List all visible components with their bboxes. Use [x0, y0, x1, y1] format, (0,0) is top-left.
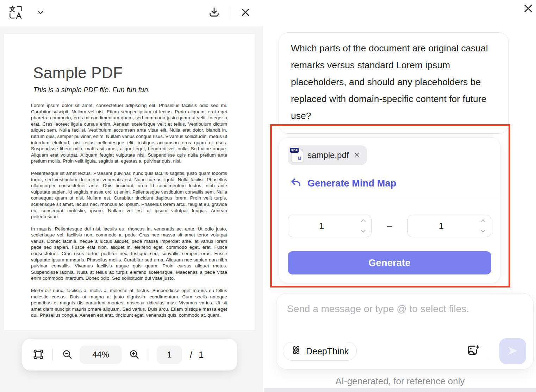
- download-button[interactable]: [208, 6, 220, 19]
- download-icon: [208, 6, 220, 19]
- chevron-up-icon: [361, 218, 366, 223]
- close-viewer-button[interactable]: [240, 7, 251, 19]
- zoom-in-icon: [129, 349, 139, 361]
- deepthink-label: DeepThink: [306, 346, 349, 356]
- total-pages: 1: [199, 350, 204, 360]
- pdf-paragraph: In mauris. Pellentesque dui nisi, iaculi…: [31, 226, 227, 282]
- current-page-value: 1: [167, 350, 172, 360]
- page-to-value: 1: [408, 215, 491, 237]
- chevron-down-icon: [361, 229, 366, 234]
- toolbar-divider: [149, 349, 149, 361]
- decrement-button[interactable]: [480, 229, 486, 234]
- toolbar-divider: [52, 349, 53, 361]
- ai-chat-panel: Which parts of the document are original…: [264, 0, 536, 392]
- translate-button[interactable]: [8, 5, 23, 21]
- deepthink-toggle-button[interactable]: DeepThink: [283, 342, 357, 361]
- pdf-document-body: Lorem ipsum dolor sit amet, consectetuer…: [31, 102, 227, 318]
- generate-mindmap-label: Generate Mind Map: [307, 178, 396, 189]
- pdf-paragraph: Pellentesque sit amet lectus. Praesent p…: [31, 170, 227, 220]
- reply-arrow-icon: [290, 177, 301, 190]
- app-window: Sample PDF This is a simple PDF file. Fu…: [0, 0, 536, 392]
- close-panel-button[interactable]: [523, 3, 534, 15]
- stepper-arrows: [480, 215, 486, 237]
- generate-button[interactable]: Generate: [288, 251, 491, 274]
- zoom-out-button[interactable]: [62, 349, 73, 361]
- send-icon: [506, 344, 519, 358]
- generate-mindmap-link[interactable]: Generate Mind Map: [290, 177, 491, 190]
- close-icon: [240, 7, 251, 19]
- insert-image-button[interactable]: [466, 343, 481, 359]
- pdf-badge: PDF: [290, 148, 299, 153]
- toolbar-divider: [230, 6, 230, 20]
- send-button[interactable]: [499, 338, 526, 364]
- close-icon: [353, 151, 361, 159]
- close-icon: [523, 3, 534, 15]
- user-question-text: Which parts of the document are original…: [291, 40, 496, 124]
- page-from-stepper[interactable]: 1: [288, 215, 372, 237]
- user-question-bubble: Which parts of the document are original…: [279, 32, 509, 134]
- updf-logo: u: [298, 154, 301, 162]
- zoom-out-icon: [62, 349, 73, 361]
- stepper-arrows: [361, 215, 366, 237]
- card-divider: [279, 199, 500, 199]
- viewer-zoom-toolbar: 44% 1 / 1: [22, 339, 237, 371]
- pdf-page: Sample PDF This is a simple PDF file. Fu…: [4, 34, 255, 330]
- pdf-viewer-panel: Sample PDF This is a simple PDF file. Fu…: [0, 0, 263, 392]
- pdf-document-subtitle: This is a simple PDF file. Fun fun fun.: [33, 86, 227, 94]
- chevron-down-icon: [480, 229, 486, 234]
- window-bottom-edge: [264, 388, 536, 392]
- zoom-in-button[interactable]: [129, 349, 139, 361]
- message-composer: DeepThink: [276, 293, 534, 369]
- zoom-level-display[interactable]: 44%: [80, 346, 122, 364]
- pdf-paragraph: Lorem ipsum dolor sit amet, consectetuer…: [31, 102, 227, 164]
- fit-page-button[interactable]: [33, 349, 44, 361]
- chevron-up-icon: [480, 218, 486, 223]
- translate-icon: [8, 5, 23, 21]
- page-to-stepper[interactable]: 1: [407, 215, 491, 237]
- increment-button[interactable]: [480, 218, 486, 223]
- fit-page-icon: [33, 349, 44, 361]
- composer-divider: [490, 343, 490, 359]
- pdf-document-title: Sample PDF: [33, 64, 227, 82]
- chevron-down-icon: [36, 8, 45, 18]
- current-page-input[interactable]: 1: [157, 346, 182, 364]
- ai-disclaimer: AI-generated, for reference only: [264, 376, 536, 387]
- remove-file-button[interactable]: [353, 151, 361, 159]
- page-range-separator: –: [372, 221, 407, 232]
- pdf-toolbar: [0, 0, 263, 26]
- composer-toolbar: DeepThink: [283, 338, 526, 364]
- image-sparkle-icon: [466, 343, 481, 359]
- atom-icon: [291, 345, 301, 358]
- mindmap-response-card: PDF u sample.pdf Generate Mind: [279, 137, 500, 283]
- increment-button[interactable]: [361, 218, 366, 223]
- page-separator: /: [190, 350, 192, 360]
- pdf-paragraph: Morbi elit nunc, facilisis a, mollis a, …: [31, 287, 227, 318]
- page-from-value: 1: [288, 215, 371, 237]
- zoom-level-value: 44%: [92, 350, 109, 360]
- page-range-row: 1 – 1: [288, 215, 491, 237]
- page-fold: [300, 149, 303, 152]
- attached-file-chip[interactable]: PDF u sample.pdf: [288, 145, 367, 165]
- language-dropdown-button[interactable]: [36, 8, 45, 18]
- decrement-button[interactable]: [361, 229, 366, 234]
- attached-file-name: sample.pdf: [307, 150, 349, 160]
- message-input[interactable]: [287, 303, 524, 329]
- pdf-file-icon: PDF u: [292, 149, 303, 162]
